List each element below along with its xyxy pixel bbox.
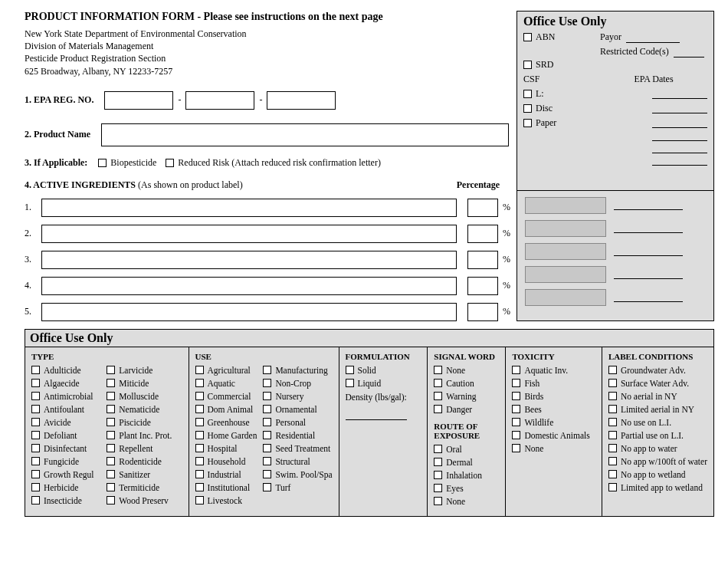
reduced-risk-checkbox[interactable]: Reduced Risk (Attach reduced risk confir… xyxy=(166,157,381,169)
type-checkbox[interactable]: Repellent xyxy=(107,444,182,453)
type-checkbox[interactable]: Wood Preserv xyxy=(107,496,182,505)
label-cond-checkbox[interactable]: Limited aerial in NY xyxy=(608,405,707,414)
label-cond-checkbox[interactable]: Surface Water Adv. xyxy=(608,379,707,388)
use-checkbox[interactable]: Commercial xyxy=(195,392,264,401)
route-checkbox[interactable]: Oral xyxy=(434,445,499,454)
type-checkbox[interactable]: Fungicide xyxy=(31,457,107,466)
epa-date-line[interactable] xyxy=(652,144,707,153)
epa-reg-part3[interactable] xyxy=(267,91,336,110)
use-checkbox[interactable]: Hospital xyxy=(195,444,264,453)
type-checkbox[interactable]: Avicide xyxy=(31,418,107,427)
toxicity-checkbox[interactable]: None xyxy=(512,444,595,453)
use-checkbox[interactable]: Agricultural xyxy=(195,366,264,375)
use-checkbox[interactable]: Structural xyxy=(263,457,332,466)
use-checkbox[interactable]: Household xyxy=(195,457,264,466)
office-grey-box[interactable] xyxy=(525,289,606,306)
biopesticide-checkbox[interactable]: Biopesticide xyxy=(98,157,156,169)
signal-checkbox[interactable]: Caution xyxy=(434,379,499,388)
office-grey-box[interactable] xyxy=(525,266,606,283)
ingredient-pct-input[interactable] xyxy=(467,199,498,217)
toxicity-checkbox[interactable]: Aquatic Inv. xyxy=(512,366,595,375)
use-checkbox[interactable]: Personal xyxy=(263,418,332,427)
office-line[interactable] xyxy=(614,224,683,233)
disc-checkbox[interactable]: Disc xyxy=(523,103,553,114)
epa-reg-part2[interactable] xyxy=(185,91,254,110)
ingredient-pct-input[interactable] xyxy=(467,303,498,321)
type-checkbox[interactable]: Larvicide xyxy=(107,366,182,375)
use-checkbox[interactable]: Institutional xyxy=(195,483,264,492)
type-checkbox[interactable]: Growth Regul xyxy=(31,470,107,479)
type-checkbox[interactable]: Herbicide xyxy=(31,483,107,492)
restricted-codes-field[interactable] xyxy=(674,47,704,58)
route-checkbox[interactable]: Eyes xyxy=(434,484,499,493)
type-checkbox[interactable]: Disinfectant xyxy=(31,444,107,453)
type-checkbox[interactable]: Antimicrobial xyxy=(31,392,107,401)
l-checkbox[interactable]: L: xyxy=(523,88,544,100)
payor-field[interactable] xyxy=(626,32,680,43)
ingredient-name-input[interactable] xyxy=(41,225,457,243)
type-checkbox[interactable]: Termiticide xyxy=(107,483,182,492)
formulation-checkbox[interactable]: Liquid xyxy=(346,379,421,388)
type-checkbox[interactable]: Insecticide xyxy=(31,496,107,505)
use-checkbox[interactable]: Home Garden xyxy=(195,431,264,440)
type-checkbox[interactable]: Miticide xyxy=(107,379,182,388)
type-checkbox[interactable]: Plant Inc. Prot. xyxy=(107,431,182,440)
use-checkbox[interactable]: Dom Animal xyxy=(195,405,264,414)
label-cond-checkbox[interactable]: No app to wetland xyxy=(608,470,707,479)
label-cond-checkbox[interactable]: No app to water xyxy=(608,444,707,453)
route-checkbox[interactable]: Dermal xyxy=(434,458,499,467)
label-cond-checkbox[interactable]: Limited app to wetland xyxy=(608,483,707,492)
type-checkbox[interactable]: Defoliant xyxy=(31,431,107,440)
signal-checkbox[interactable]: Danger xyxy=(434,405,499,414)
type-checkbox[interactable]: Molluscide xyxy=(107,392,182,401)
epa-date-line[interactable] xyxy=(652,90,707,99)
use-checkbox[interactable]: Aquatic xyxy=(195,379,264,388)
use-checkbox[interactable]: Nursery xyxy=(263,392,332,401)
type-checkbox[interactable]: Rodenticide xyxy=(107,457,182,466)
toxicity-checkbox[interactable]: Birds xyxy=(512,392,595,401)
type-checkbox[interactable]: Sanitizer xyxy=(107,470,182,479)
signal-checkbox[interactable]: None xyxy=(434,366,499,375)
use-checkbox[interactable]: Seed Treatment xyxy=(263,444,332,453)
route-checkbox[interactable]: Inhalation xyxy=(434,471,499,480)
route-checkbox[interactable]: None xyxy=(434,497,499,506)
office-grey-box[interactable] xyxy=(525,243,606,260)
epa-date-line[interactable] xyxy=(652,119,707,128)
ingredient-name-input[interactable] xyxy=(41,277,457,295)
label-cond-checkbox[interactable]: No app w/100ft of water xyxy=(608,457,707,466)
use-checkbox[interactable]: Greenhouse xyxy=(195,418,264,427)
use-checkbox[interactable]: Residential xyxy=(263,431,332,440)
epa-date-line[interactable] xyxy=(652,104,707,113)
office-line[interactable] xyxy=(614,293,683,302)
epa-date-line[interactable] xyxy=(652,132,707,141)
label-cond-checkbox[interactable]: Groundwater Adv. xyxy=(608,366,707,375)
ingredient-pct-input[interactable] xyxy=(467,251,498,269)
office-grey-box[interactable] xyxy=(525,220,606,237)
type-checkbox[interactable]: Nematicide xyxy=(107,405,182,414)
abn-checkbox[interactable]: ABN xyxy=(523,31,555,43)
type-checkbox[interactable]: Adulticide xyxy=(31,366,107,375)
ingredient-pct-input[interactable] xyxy=(467,277,498,295)
label-cond-checkbox[interactable]: No aerial in NY xyxy=(608,392,707,401)
toxicity-checkbox[interactable]: Domestic Animals xyxy=(512,431,595,440)
use-checkbox[interactable]: Turf xyxy=(263,483,332,492)
office-line[interactable] xyxy=(614,270,683,279)
paper-checkbox[interactable]: Paper xyxy=(523,117,556,129)
type-checkbox[interactable]: Algaecide xyxy=(31,379,107,388)
epa-date-line[interactable] xyxy=(652,156,707,166)
use-checkbox[interactable]: Ornamental xyxy=(263,405,332,414)
use-checkbox[interactable]: Industrial xyxy=(195,470,264,479)
office-line[interactable] xyxy=(614,201,683,210)
label-cond-checkbox[interactable]: Partial use on L.I. xyxy=(608,431,707,440)
toxicity-checkbox[interactable]: Wildlife xyxy=(512,418,595,427)
formulation-checkbox[interactable]: Solid xyxy=(346,366,421,375)
epa-reg-part1[interactable] xyxy=(104,91,173,110)
use-checkbox[interactable]: Swim. Pool/Spa xyxy=(263,470,332,479)
type-checkbox[interactable]: Piscicide xyxy=(107,418,182,427)
use-checkbox[interactable]: Non-Crop xyxy=(263,379,332,388)
ingredient-pct-input[interactable] xyxy=(467,225,498,243)
density-field[interactable] xyxy=(346,409,407,420)
product-name-input[interactable] xyxy=(101,123,509,146)
type-checkbox[interactable]: Antifoulant xyxy=(31,405,107,414)
ingredient-name-input[interactable] xyxy=(41,303,457,321)
